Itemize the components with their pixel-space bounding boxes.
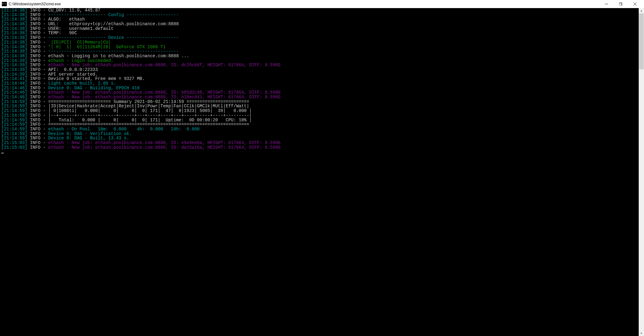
log-timestamp: [21:14:38] xyxy=(1,30,27,35)
log-timestamp: [21:15:03] xyxy=(1,145,27,150)
log-timestamp: [21:14:39] xyxy=(1,67,27,72)
log-text: |--+------+--------+------+------+---+--… xyxy=(46,113,252,118)
log-line: [21:14:39] INFO - API server started. xyxy=(1,72,643,77)
log-timestamp: [21:14:59] xyxy=(1,127,27,132)
log-line: [21:14:38] INFO - TEMP: 90C xyxy=(1,31,643,35)
log-timestamp: [21:14:38] xyxy=(1,35,27,40)
log-level: INFO - xyxy=(30,104,45,109)
log-level: INFO - xyxy=(30,122,45,127)
log-timestamp: [21:14:59] xyxy=(1,131,27,136)
log-line: [21:14:38] INFO - USER: username1.defaul… xyxy=(1,26,643,31)
log-timestamp: [21:14:39] xyxy=(1,58,27,63)
log-line: [21:14:38] INFO - |ID|PCI| CC|Memory|CU| xyxy=(1,40,643,45)
log-timestamp: [21:14:59] xyxy=(1,118,27,123)
log-line: [21:14:59] INFO - |ID|Device|Hashrate|Ac… xyxy=(1,104,643,109)
close-button[interactable] xyxy=(628,0,642,8)
log-level: INFO - xyxy=(30,76,45,81)
log-text: ethash - Logging in to ethash.poolbinanc… xyxy=(46,54,189,58)
log-text: API server started. xyxy=(46,72,98,77)
log-text: ALGO: ethash xyxy=(46,17,85,22)
log-text: Light cache built, 2.89 s. xyxy=(46,81,116,86)
scrollbar-thumb[interactable] xyxy=(639,13,644,69)
log-line: [21:14:38] INFO - ethash - Logging in to… xyxy=(1,54,643,58)
log-level: INFO - xyxy=(30,67,45,72)
log-timestamp: [21:14:38] xyxy=(1,54,27,58)
log-text: API: 0.0.0.0:22333 xyxy=(46,67,98,72)
log-text: | Total: 0.000 | 0| 0| 0| 171| Uptime: 0… xyxy=(46,118,252,123)
log-line: [21:14:38] INFO - URL: ethproxy+tcp://et… xyxy=(1,22,643,26)
log-timestamp: [21:14:38] xyxy=(1,17,27,22)
log-text: ---------------------- Config ----------… xyxy=(46,12,179,17)
log-line: [21:14:38] INFO - *| 0| 1| 61|11264M|28|… xyxy=(1,45,643,49)
log-line: [21:14:38] INFO - CU_DRV: 11.0, 445.87 xyxy=(1,8,643,13)
minimize-button[interactable] xyxy=(599,0,614,8)
log-level: INFO - xyxy=(30,40,45,45)
log-timestamp: [21:14:39] xyxy=(1,72,27,77)
log-level: INFO - xyxy=(30,99,45,104)
scrollbar-vertical[interactable]: ▲ ▼ xyxy=(639,8,644,336)
terminal-body[interactable]: [21:14:38] INFO - CU_DRV: 11.0, 445.87[2… xyxy=(0,8,644,336)
log-level: INFO - xyxy=(30,17,45,22)
log-output: [21:14:38] INFO - CU_DRV: 11.0, 445.87[2… xyxy=(1,8,643,150)
log-timestamp: [21:15:03] xyxy=(1,140,27,145)
log-text: USER: username1.default xyxy=(46,26,113,31)
log-level: INFO - xyxy=(30,26,45,31)
log-timestamp: [21:14:59] xyxy=(1,99,27,104)
log-text: ethash - On Pool 10m: 0.000 4h: 0.000 24… xyxy=(46,127,200,132)
log-timestamp: [21:14:59] xyxy=(1,108,27,113)
log-text: |ID|Device|Hashrate|Accept|Reject|Inv|Po… xyxy=(46,104,249,109)
log-timestamp: [21:14:38] xyxy=(1,44,27,49)
log-timestamp: [21:14:59] xyxy=(1,122,27,127)
log-line: [21:14:59] INFO - ethash - On Pool 10m: … xyxy=(1,127,643,132)
log-line: [21:14:38] INFO - ----------------------… xyxy=(1,13,643,17)
log-text: ethash - New job: ethash.poolbinance.com… xyxy=(46,63,281,68)
log-line: [21:14:46] INFO - ethash - New job: etha… xyxy=(1,95,643,100)
log-text: TEMP: 90C xyxy=(46,30,77,35)
log-level: INFO - xyxy=(30,86,45,91)
scrollbar-arrow-up-icon[interactable]: ▲ xyxy=(639,8,644,13)
log-level: INFO - xyxy=(30,140,45,145)
log-level: INFO - xyxy=(30,72,45,77)
log-line: [21:14:41] INFO - Device 0 started, Free… xyxy=(1,77,643,81)
window-titlebar: C:\Windows\system32\cmd.exe xyxy=(0,0,644,8)
log-line: [21:14:59] INFO - ======================… xyxy=(1,122,643,127)
scrollbar-arrow-down-icon[interactable]: ▼ xyxy=(639,331,644,336)
log-text: | 0|1080ti| 0.000| 0| 0| 0| 171| 47| 0|1… xyxy=(46,108,252,113)
log-line: [21:14:59] INFO - |--+------+--------+--… xyxy=(1,113,643,118)
log-line: [21:15:03] INFO - ethash - New job: etha… xyxy=(1,141,643,145)
log-level: INFO - xyxy=(30,90,45,95)
log-line: [21:14:38] INFO - ALGO: ethash xyxy=(1,17,643,22)
log-timestamp: [21:14:46] xyxy=(1,90,27,95)
log-level: INFO - xyxy=(30,49,45,54)
log-level: INFO - xyxy=(30,30,45,35)
log-line: [21:14:59] INFO - Device 0: DAG - Built,… xyxy=(1,136,643,141)
log-level: INFO - xyxy=(30,63,45,68)
log-text: ethash - New job: ethash.poolbinance.com… xyxy=(46,145,281,150)
titlebar-left: C:\Windows\system32\cmd.exe xyxy=(2,2,61,6)
log-level: INFO - xyxy=(30,21,45,26)
log-timestamp: [21:14:46] xyxy=(1,95,27,100)
log-line: [21:14:39] INFO - API: 0.0.0.0:22333 xyxy=(1,68,643,72)
log-text: ======================== Summary 2021-06… xyxy=(46,99,249,104)
log-timestamp: [21:14:39] xyxy=(1,63,27,68)
log-text: ethash - New job: ethash.poolbinance.com… xyxy=(46,90,281,95)
log-timestamp: [21:14:59] xyxy=(1,136,27,141)
log-text: ----------------------------------------… xyxy=(46,49,179,54)
log-text: URL: ethproxy+tcp://ethash.poolbinance.c… xyxy=(46,21,179,26)
log-text: ethash - Login succeeded. xyxy=(46,58,113,63)
log-line: [21:14:44] INFO - Light cache built, 2.8… xyxy=(1,81,643,86)
maximize-button[interactable] xyxy=(614,0,628,8)
text-cursor xyxy=(1,153,4,153)
log-level: INFO - xyxy=(30,12,45,17)
log-level: INFO - xyxy=(30,113,45,118)
log-level: INFO - xyxy=(30,108,45,113)
titlebar-controls xyxy=(599,0,642,8)
log-text: Device 0 started, Free mem = 9327 MB. xyxy=(46,76,145,81)
svg-rect-2 xyxy=(619,3,622,6)
log-level: INFO - xyxy=(30,95,45,100)
log-level: INFO - xyxy=(30,118,45,123)
log-line: [21:14:46] INFO - ethash - New job: etha… xyxy=(1,90,643,95)
log-timestamp: [21:14:38] xyxy=(1,26,27,31)
log-line: [21:14:59] INFO - Device 0: DAG - Verifi… xyxy=(1,132,643,136)
log-level: INFO - xyxy=(30,145,45,150)
